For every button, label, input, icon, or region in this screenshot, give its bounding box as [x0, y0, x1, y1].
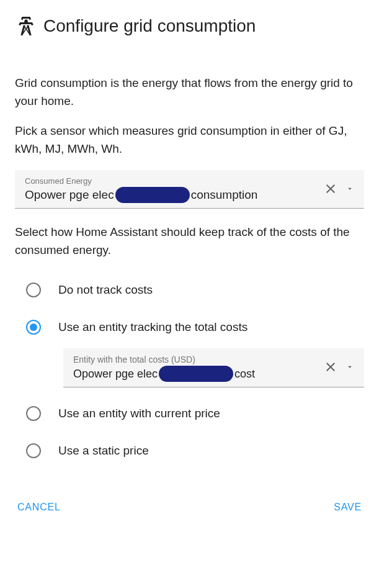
chevron-down-icon[interactable]	[346, 184, 354, 196]
configure-grid-dialog: Configure grid consumption Grid consumpt…	[0, 0, 379, 484]
radio-icon	[26, 406, 41, 421]
radio-label: Use an entity with current price	[58, 407, 220, 420]
cost-tracking-radio-group: Do not track costs Use an entity trackin…	[15, 271, 364, 469]
radio-label: Use an entity tracking the total costs	[58, 320, 247, 334]
radio-icon	[26, 320, 41, 335]
consumed-energy-label: Consumed Energy	[25, 176, 323, 186]
clear-icon[interactable]	[323, 181, 338, 199]
redacted-text	[115, 187, 190, 203]
radio-label: Use a static price	[58, 444, 149, 458]
dialog-footer: CANCEL SAVE	[0, 484, 379, 533]
costs-description: Select how Home Assistant should keep tr…	[15, 224, 364, 259]
radio-icon	[26, 283, 41, 297]
intro-text: Grid consumption is the energy that flow…	[15, 75, 364, 110]
save-button[interactable]: SAVE	[331, 497, 364, 518]
radio-label: Do not track costs	[58, 283, 153, 297]
radio-static-price[interactable]: Use a static price	[15, 432, 364, 469]
redacted-text	[159, 366, 233, 382]
clear-icon[interactable]	[323, 360, 338, 377]
radio-icon	[26, 443, 41, 458]
radio-entity-current[interactable]: Use an entity with current price	[15, 395, 364, 432]
units-text: Pick a sensor which measures grid consum…	[15, 122, 364, 158]
radio-entity-total[interactable]: Use an entity tracking the total costs	[15, 309, 364, 346]
transmission-tower-icon	[15, 15, 37, 37]
cost-entity-select[interactable]: Entity with the total costs (USD) Opower…	[63, 348, 364, 387]
consumed-energy-select[interactable]: Consumed Energy Opower pge elec consumpt…	[15, 170, 364, 209]
cost-entity-wrapper: Entity with the total costs (USD) Opower…	[63, 348, 364, 387]
dialog-title: Configure grid consumption	[43, 16, 256, 36]
consumed-energy-value: Opower pge elec consumption	[25, 187, 323, 203]
radio-no-track[interactable]: Do not track costs	[15, 271, 364, 309]
dialog-header: Configure grid consumption	[15, 15, 364, 37]
cost-entity-value: Opower pge elec cost	[73, 366, 323, 382]
cancel-button[interactable]: CANCEL	[15, 497, 63, 518]
chevron-down-icon[interactable]	[346, 363, 354, 374]
cost-entity-label: Entity with the total costs (USD)	[73, 355, 323, 364]
